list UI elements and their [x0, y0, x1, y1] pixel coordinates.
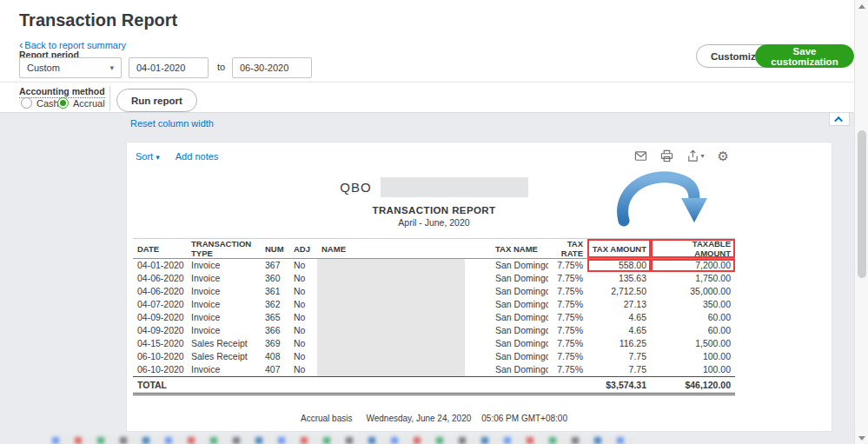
table-row[interactable]: 04-09-2020Invoice365NoSan Domingo7.75%4.… [133, 311, 735, 324]
date-from-input[interactable] [129, 57, 209, 78]
cell-date: 04-15-2020 [133, 337, 187, 350]
cell-taxable-amount: 100.00 [651, 363, 735, 377]
cell-transaction-type: Invoice [187, 311, 261, 324]
cell-name [317, 272, 491, 285]
scroll-down-icon[interactable] [855, 432, 868, 444]
cell-num: 361 [261, 285, 289, 298]
table-row[interactable]: 04-07-2020Invoice362NoSan Domingo7.75%27… [133, 298, 735, 311]
email-icon[interactable] [634, 149, 647, 162]
cell-adj: No [289, 298, 317, 311]
chevron-down-icon: ▾ [701, 152, 705, 160]
column-header-num: NUM [261, 239, 289, 259]
report-date-text: Wednesday, June 24, 2020 [366, 414, 471, 423]
report-time-text: 05:06 PM GMT+08:00 [481, 414, 567, 423]
accrual-radio-label: Accrual [73, 98, 105, 109]
cell-date: 04-06-2020 [133, 272, 187, 285]
cell-name [317, 350, 491, 363]
cell-tax-name: San Domingo [491, 350, 548, 363]
save-customization-button[interactable]: Save customization [755, 44, 854, 68]
export-icon[interactable]: ▾ [686, 149, 705, 162]
cell-num: 407 [261, 363, 289, 377]
settings-gear-icon[interactable]: ⚙ [718, 149, 729, 162]
cell-tax-amount: 4.65 [587, 324, 651, 337]
cell-taxable-amount: 35,000.00 [651, 285, 735, 298]
table-row[interactable]: 06-10-2020Invoice407NoSan Domingo7.75%7.… [133, 363, 735, 377]
total-row: TOTAL $3,574.31 $46,120.00 [133, 377, 735, 394]
table-row[interactable]: 04-06-2020Invoice361NoSan Domingo7.75%2,… [133, 285, 735, 298]
cell-tax-rate: 7.75% [548, 311, 587, 324]
reset-column-width-link[interactable]: Reset column width [130, 118, 214, 129]
redacted-name [317, 324, 465, 337]
company-header: QBO [133, 177, 735, 197]
cell-tax-name: San Domingo [491, 298, 548, 311]
cell-tax-name: San Domingo [491, 272, 548, 285]
date-to-input[interactable] [232, 57, 312, 78]
cell-num: 367 [261, 259, 289, 273]
sort-menu[interactable]: Sort ▾ [136, 151, 160, 162]
redacted-name [317, 285, 465, 298]
company-logo-text: QBO [340, 180, 371, 195]
cell-tax-amount: 2,712.50 [587, 285, 651, 298]
report-body: QBO TRANSACTION REPORT April - June, 202… [133, 177, 735, 423]
cell-name [317, 298, 491, 311]
period-select-value: Custom [27, 63, 60, 73]
cell-tax-amount: 4.65 [587, 311, 651, 324]
cell-tax-name: San Domingo [491, 311, 548, 324]
accounting-basis-text: Accrual basis [301, 414, 352, 423]
chevron-down-icon: ▾ [109, 63, 114, 72]
cell-num: 362 [261, 298, 289, 311]
transaction-table: DATETRANSACTION TYPENUMADJNAMETAX NAMETA… [133, 238, 735, 395]
cell-date: 04-01-2020 [133, 259, 187, 273]
cell-transaction-type: Invoice [187, 298, 261, 311]
run-report-button[interactable]: Run report [116, 89, 197, 112]
cell-name [317, 259, 491, 273]
cell-transaction-type: Invoice [187, 324, 261, 337]
scrollbar-thumb[interactable] [858, 130, 866, 278]
column-header-tax-amount: TAX AMOUNT [587, 239, 651, 259]
transaction-report-page: Transaction Report ‹Back to report summa… [0, 0, 868, 444]
cell-adj: No [289, 350, 317, 363]
chevron-up-icon [834, 116, 843, 124]
cell-adj: No [289, 363, 317, 377]
add-notes-button[interactable]: Add notes [176, 151, 219, 162]
cell-tax-rate: 7.75% [548, 259, 587, 273]
cash-radio-label: Cash [36, 98, 59, 109]
report-footer: Accrual basis Wednesday, June 24, 2020 0… [133, 414, 735, 423]
cell-tax-rate: 7.75% [548, 272, 587, 285]
report-card: Sort ▾ Add notes ▾ ⚙ QBO TR [126, 142, 832, 432]
column-header-tax-name: TAX NAME [491, 239, 548, 259]
collapse-header-button[interactable] [829, 113, 850, 126]
cell-date: 04-09-2020 [133, 311, 187, 324]
vertical-divider [109, 86, 110, 111]
cell-name [317, 311, 491, 324]
report-table-header-row: DATETRANSACTION TYPENUMADJNAMETAX NAMETA… [133, 239, 735, 259]
scroll-up-icon[interactable] [855, 0, 868, 12]
chevron-down-icon: ▾ [156, 153, 160, 162]
redacted-name [317, 272, 465, 285]
cash-radio[interactable]: Cash [21, 97, 59, 109]
total-tax-amount: $3,574.31 [587, 377, 651, 394]
report-title: TRANSACTION REPORT [133, 205, 735, 215]
table-row[interactable]: 04-06-2020Invoice360NoSan Domingo7.75%13… [133, 272, 735, 285]
cell-tax-amount: 116.25 [587, 337, 651, 350]
table-row[interactable]: 06-10-2020Sales Receipt408NoSan Domingo7… [133, 350, 735, 363]
period-select[interactable]: Custom ▾ [19, 57, 122, 78]
cell-transaction-type: Sales Receipt [187, 337, 261, 350]
cell-name [317, 285, 491, 298]
toolbar-icons: ▾ ⚙ [634, 149, 729, 162]
cell-tax-amount: 135.63 [587, 272, 651, 285]
to-label: to [217, 62, 225, 72]
print-icon[interactable] [660, 149, 673, 162]
redacted-company-name [381, 177, 528, 197]
cell-transaction-type: Invoice [187, 285, 261, 298]
column-header-tax-rate: TAX RATE [548, 239, 587, 259]
accrual-radio[interactable]: Accrual [57, 97, 105, 109]
table-row[interactable]: 04-01-2020Invoice367NoSan Domingo7.75%55… [133, 259, 735, 273]
cell-tax-rate: 7.75% [548, 363, 587, 377]
report-header: Transaction Report ‹Back to report summa… [0, 0, 854, 113]
vertical-scrollbar[interactable] [854, 0, 868, 444]
table-row[interactable]: 04-15-2020Sales Receipt369NoSan Domingo7… [133, 337, 735, 350]
table-row[interactable]: 04-09-2020Invoice366NoSan Domingo7.75%4.… [133, 324, 735, 337]
cell-tax-amount: 558.00 [587, 259, 651, 273]
redacted-name [317, 350, 465, 363]
